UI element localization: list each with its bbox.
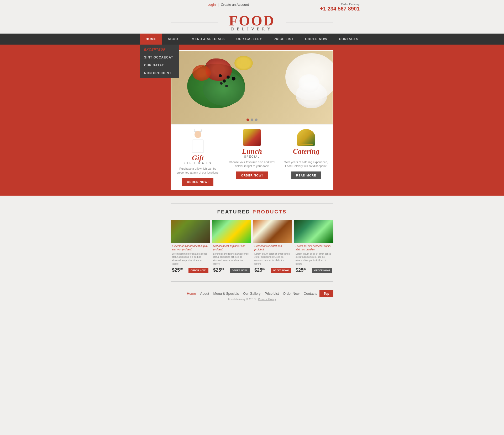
footer-link-pricelist[interactable]: Price List xyxy=(265,292,279,296)
card-lunch-subtitle: SPECIAL xyxy=(228,155,276,158)
product-item-2: Sint occaecat cupidatat non proident Lor… xyxy=(212,220,251,275)
footer-link-order[interactable]: Order Now xyxy=(283,292,300,296)
product-desc-2: Lorem ipsum dolor sit amet conse ctetur … xyxy=(212,252,251,267)
logo-delivery: DELIVERY xyxy=(171,27,333,31)
card-catering-button[interactable]: READ MORE xyxy=(291,171,321,179)
featured-section: FEATURED PRODUCTS Excepteur sint occaeca… xyxy=(0,196,504,287)
product-desc-1: Lorem ipsum dolor sit amet conse ctetur … xyxy=(171,252,210,267)
footer-link-about[interactable]: About xyxy=(200,292,209,296)
dropdown-item-sint[interactable]: Sint occaecat xyxy=(140,53,179,61)
footer: Home About Menu & Specials Our Gallery P… xyxy=(0,287,504,304)
product-order-btn-2[interactable]: ORDER NOW! xyxy=(230,268,250,273)
login-link[interactable]: Login xyxy=(207,3,216,7)
chef-icon xyxy=(189,129,207,153)
section-divider-top xyxy=(171,203,333,204)
card-catering-subtitle xyxy=(282,155,330,158)
order-delivery-label: Order Delivery xyxy=(320,3,360,6)
nav-bar: HOME Excepteur Sint occaecat Cupidatat N… xyxy=(0,34,504,45)
card-gift: Gift CERTIFICATES Purchase a gift which … xyxy=(171,125,225,190)
product-image-4 xyxy=(294,220,333,243)
product-item-3: Occaecat cupidatat non proident Lorem ip… xyxy=(253,220,292,275)
catering-icon xyxy=(297,129,315,146)
footer-link-contacts[interactable]: Contacts xyxy=(304,292,317,296)
product-name-3: Occaecat cupidatat non proident xyxy=(253,243,292,252)
product-image-2 xyxy=(212,220,251,243)
create-account-link[interactable]: Create an Account xyxy=(221,3,249,7)
card-catering: Catering With years of catering experien… xyxy=(279,125,333,190)
product-price-1: $2589 xyxy=(172,267,183,273)
footer-link-menu[interactable]: Menu & Specials xyxy=(213,292,239,296)
card-lunch: Lunch SPECIAL Choose your favourite dish… xyxy=(225,125,279,190)
dropdown-item-non[interactable]: Non proident xyxy=(140,69,179,77)
slider-dots xyxy=(246,119,258,121)
product-desc-3: Lorem ipsum dolor sit amet conse ctetur … xyxy=(253,252,292,267)
dot-1[interactable] xyxy=(246,119,249,121)
footer-copyright: Food delivery © 2013 Privacy Policy xyxy=(171,298,333,301)
nav-item-gallery[interactable]: OUR GALLERY xyxy=(230,34,268,45)
product-price-2: $2589 xyxy=(213,267,224,273)
hero-image xyxy=(171,50,333,125)
card-lunch-text: Choose your favourite dish and we'll del… xyxy=(228,160,276,168)
phone-number: +1 234 567 8901 xyxy=(320,6,360,12)
card-catering-text: With years of catering experience, Food … xyxy=(282,160,330,168)
logo-section: FOOD DELIVERY xyxy=(0,10,504,34)
card-gift-text: Purchase a gift which can be presented a… xyxy=(174,167,222,175)
product-name-1: Excepteur sint occaecat cupid- atat non … xyxy=(171,243,210,252)
privacy-policy-link[interactable]: Privacy Policy xyxy=(258,298,276,301)
card-lunch-button[interactable]: ORDER NOW! xyxy=(236,171,267,179)
product-order-btn-1[interactable]: ORDER NOW! xyxy=(188,268,208,273)
product-item-1: Excepteur sint occaecat cupid- atat non … xyxy=(171,220,210,275)
product-name-2: Sint occaecat cupidatat non proident xyxy=(212,243,251,252)
featured-title: FEATURED PRODUCTS xyxy=(171,209,333,215)
nav-item-contacts[interactable]: CONTACTS xyxy=(333,34,364,45)
nav-item-menu[interactable]: MENU & SPECIALS xyxy=(186,34,231,45)
lunch-icon xyxy=(243,129,261,146)
dropdown-item-cupidatat[interactable]: Cupidatat xyxy=(140,61,179,69)
footer-nav: Home About Menu & Specials Our Gallery P… xyxy=(171,292,333,296)
card-catering-title: Catering xyxy=(282,148,330,155)
featured-colored: PRODUCTS xyxy=(253,209,287,214)
product-order-btn-3[interactable]: ORDER NOW! xyxy=(271,268,291,273)
product-image-1 xyxy=(171,220,210,243)
nav-item-pricelist[interactable]: PRICE LIST xyxy=(268,34,299,45)
card-lunch-title: Lunch xyxy=(228,148,276,155)
product-item-4: Lorem set sint occaecat cupid- atat non … xyxy=(294,220,333,275)
card-gift-subtitle: CERTIFICATES xyxy=(174,162,222,165)
dropdown-menu: Excepteur Sint occaecat Cupidatat Non pr… xyxy=(140,45,179,78)
card-gift-title: Gift xyxy=(174,154,222,162)
logo-food: FOOD xyxy=(171,14,333,28)
dot-3[interactable] xyxy=(255,119,258,121)
products-grid: Excepteur sint occaecat cupid- atat non … xyxy=(171,220,333,275)
separator: | xyxy=(218,3,219,7)
product-price-4: $2589 xyxy=(296,267,306,273)
footer-link-home[interactable]: Home xyxy=(187,292,196,296)
product-desc-4: Lorem ipsum dolor sit amet conse ctetur … xyxy=(294,252,333,267)
product-name-4: Lorem set sint occaecat cupid- atat non … xyxy=(294,243,333,252)
card-gift-button[interactable]: ORDER NOW! xyxy=(182,178,213,186)
footer-link-gallery[interactable]: Our Gallery xyxy=(243,292,260,296)
top-button[interactable]: Top xyxy=(319,290,333,297)
dot-2[interactable] xyxy=(251,119,253,121)
nav-item-home[interactable]: HOME Excepteur Sint occaecat Cupidatat N… xyxy=(140,34,162,45)
nav-inner: HOME Excepteur Sint occaecat Cupidatat N… xyxy=(140,34,364,45)
cards-section: Gift CERTIFICATES Purchase a gift which … xyxy=(0,125,504,196)
featured-plain: FEATURED xyxy=(217,209,250,214)
dropdown-item-excepteur[interactable]: Excepteur xyxy=(140,46,179,53)
product-order-btn-4[interactable]: ORDER NOW! xyxy=(312,268,332,273)
nav-item-about[interactable]: ABOUT xyxy=(162,34,186,45)
product-image-3 xyxy=(253,220,292,243)
product-price-3: $2589 xyxy=(254,267,265,273)
hero-section xyxy=(0,45,504,125)
nav-item-order[interactable]: ORDER NOW xyxy=(299,34,333,45)
section-divider-bottom xyxy=(171,281,333,282)
